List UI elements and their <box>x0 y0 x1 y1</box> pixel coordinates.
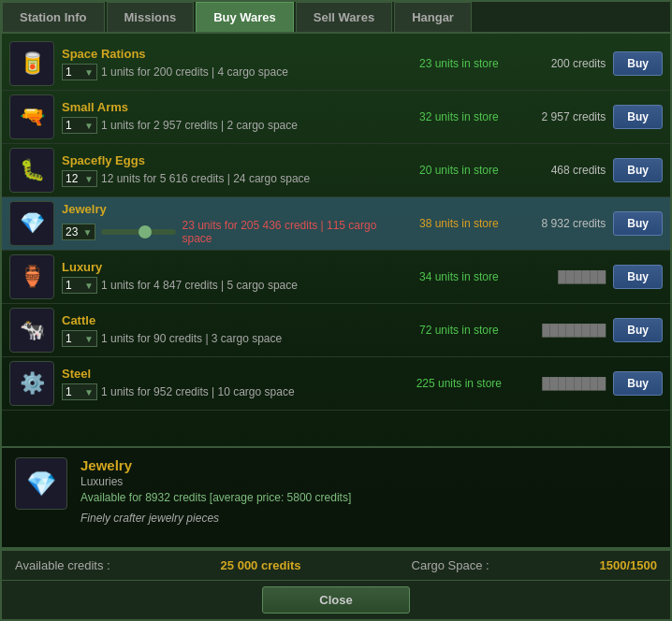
item-store-space-rations: 23 units in store <box>398 57 519 70</box>
item-info-jewelry: 23 units for 205 436 credits | 115 cargo… <box>182 219 398 245</box>
info-item-category: Luxuries <box>80 475 657 488</box>
close-button[interactable]: Close <box>262 586 409 614</box>
item-store-luxury: 34 units in store <box>398 270 519 283</box>
buy-button-luxury[interactable]: Buy <box>613 265 663 289</box>
info-panel: 💎 Jewelry Luxuries Available for 8932 cr… <box>2 446 670 549</box>
item-details-spacefly-eggs: Spacefly Eggs 12 ▼ 12 units for 5 616 cr… <box>62 153 398 187</box>
items-list: 🥫 Space Rations 1 ▼ 1 units for 200 cred… <box>2 34 670 446</box>
item-details-jewelry: Jewelry 23 ▼ 23 units for 205 436 credit… <box>62 202 398 245</box>
item-store-jewelry: 38 units in store <box>398 217 519 230</box>
item-info-luxury: 1 units for 4 847 credits | 5 cargo spac… <box>101 279 298 292</box>
item-icon-spacefly-eggs: 🐛 <box>9 148 54 193</box>
item-info-steel: 1 units for 952 credits | 10 cargo space <box>101 385 295 398</box>
item-row-spacefly-eggs[interactable]: 🐛 Spacefly Eggs 12 ▼ 12 units for 5 616 … <box>2 144 670 197</box>
qty-arrow-space-rations: ▼ <box>84 67 94 78</box>
item-name-steel: Steel <box>62 367 398 381</box>
tab-bar: Station Info Missions Buy Wares Sell War… <box>2 2 670 34</box>
item-row-cattle[interactable]: 🐄 Cattle 1 ▼ 1 units for 90 credits | 3 … <box>2 304 670 357</box>
qty-arrow-spacefly-eggs: ▼ <box>84 174 94 184</box>
tab-station-info[interactable]: Station Info <box>2 2 105 32</box>
qty-arrow-jewelry: ▼ <box>83 227 93 238</box>
buy-button-cattle[interactable]: Buy <box>613 318 663 342</box>
item-store-spacefly-eggs: 20 units in store <box>398 164 519 177</box>
item-info-cattle: 1 units for 90 credits | 3 cargo space <box>101 332 282 345</box>
item-price-space-rations: 200 credits <box>519 57 613 70</box>
item-info-small-arms: 1 units for 2 957 credits | 2 cargo spac… <box>101 119 298 132</box>
item-details-space-rations: Space Rations 1 ▼ 1 units for 200 credit… <box>62 47 398 80</box>
cargo-value: 1500/1500 <box>600 558 657 572</box>
item-row-jewelry[interactable]: 💎 Jewelry 23 ▼ 23 units for 205 436 cred… <box>2 197 670 251</box>
qty-box-steel[interactable]: 1 ▼ <box>62 383 97 400</box>
qty-box-small-arms[interactable]: 1 ▼ <box>62 117 97 134</box>
main-window: Station Info Missions Buy Wares Sell War… <box>0 0 672 621</box>
item-name-jewelry: Jewelry <box>62 202 398 216</box>
item-icon-small-arms: 🔫 <box>9 94 54 139</box>
item-store-steel: 225 units in store <box>398 377 519 390</box>
item-price-cattle: ████████ <box>519 324 613 337</box>
item-row-steel[interactable]: ⚙️ Steel 1 ▼ 1 units for 952 credits | 1… <box>2 357 670 411</box>
qty-arrow-small-arms: ▼ <box>84 121 94 131</box>
buy-button-jewelry[interactable]: Buy <box>613 211 663 236</box>
info-text: Jewelry Luxuries Available for 8932 cred… <box>80 457 657 538</box>
item-name-small-arms: Small Arms <box>62 100 398 114</box>
item-details-cattle: Cattle 1 ▼ 1 units for 90 credits | 3 ca… <box>62 313 398 347</box>
info-item-name: Jewelry <box>80 457 657 473</box>
item-name-space-rations: Space Rations <box>62 47 398 61</box>
item-details-luxury: Luxury 1 ▼ 1 units for 4 847 credits | 5… <box>62 260 398 294</box>
status-bar: Available credits : 25 000 credits Cargo… <box>2 549 670 580</box>
buy-button-small-arms[interactable]: Buy <box>613 105 663 129</box>
item-info-spacefly-eggs: 12 units for 5 616 credits | 24 cargo sp… <box>101 172 310 185</box>
item-details-small-arms: Small Arms 1 ▼ 1 units for 2 957 credits… <box>62 100 398 134</box>
info-icon: 💎 <box>15 457 67 510</box>
item-details-steel: Steel 1 ▼ 1 units for 952 credits | 10 c… <box>62 367 398 400</box>
info-item-price: Available for 8932 credits [average pric… <box>80 491 657 504</box>
item-price-small-arms: 2 957 credits <box>519 110 613 123</box>
qty-box-jewelry[interactable]: 23 ▼ <box>62 224 95 240</box>
item-price-luxury: ██████ <box>519 270 613 283</box>
qty-box-luxury[interactable]: 1 ▼ <box>62 277 97 294</box>
item-name-luxury: Luxury <box>62 260 398 274</box>
item-row-space-rations[interactable]: 🥫 Space Rations 1 ▼ 1 units for 200 cred… <box>2 37 670 91</box>
qty-box-cattle[interactable]: 1 ▼ <box>62 330 97 347</box>
item-price-jewelry: 8 932 credits <box>519 217 613 230</box>
item-icon-steel: ⚙️ <box>9 361 54 406</box>
item-price-spacefly-eggs: 468 credits <box>519 164 613 177</box>
item-info-space-rations: 1 units for 200 credits | 4 cargo space <box>101 65 288 79</box>
buy-button-space-rations[interactable]: Buy <box>613 51 663 76</box>
item-icon-space-rations: 🥫 <box>9 41 54 86</box>
qty-box-spacefly-eggs[interactable]: 12 ▼ <box>62 170 97 187</box>
qty-box-space-rations[interactable]: 1 ▼ <box>62 64 97 80</box>
credits-value: 25 000 credits <box>221 558 301 572</box>
item-icon-jewelry: 💎 <box>9 201 54 246</box>
info-item-description: Finely crafter jewelry pieces <box>80 512 657 525</box>
item-icon-cattle: 🐄 <box>9 308 54 353</box>
item-store-small-arms: 32 units in store <box>398 110 519 123</box>
close-bar: Close <box>2 580 670 619</box>
item-row-small-arms[interactable]: 🔫 Small Arms 1 ▼ 1 units for 2 957 credi… <box>2 91 670 144</box>
item-name-spacefly-eggs: Spacefly Eggs <box>62 153 398 167</box>
credits-label: Available credits : <box>15 558 110 572</box>
tab-missions[interactable]: Missions <box>107 2 195 32</box>
buy-button-steel[interactable]: Buy <box>613 371 663 396</box>
qty-arrow-cattle: ▼ <box>84 334 94 344</box>
item-name-cattle: Cattle <box>62 313 398 327</box>
item-price-steel: ████████ <box>519 377 613 390</box>
tab-hangar[interactable]: Hangar <box>394 2 472 32</box>
tab-buy-wares[interactable]: Buy Wares <box>196 2 294 32</box>
qty-slider-jewelry[interactable] <box>101 229 176 235</box>
item-store-cattle: 72 units in store <box>398 324 519 337</box>
buy-button-spacefly-eggs[interactable]: Buy <box>613 158 663 182</box>
cargo-label: Cargo Space : <box>412 558 489 572</box>
item-row-luxury[interactable]: 🏺 Luxury 1 ▼ 1 units for 4 847 credits |… <box>2 251 670 304</box>
qty-arrow-luxury: ▼ <box>84 281 94 291</box>
qty-arrow-steel: ▼ <box>84 387 94 397</box>
item-icon-luxury: 🏺 <box>9 254 54 299</box>
tab-sell-wares[interactable]: Sell Wares <box>296 2 392 32</box>
